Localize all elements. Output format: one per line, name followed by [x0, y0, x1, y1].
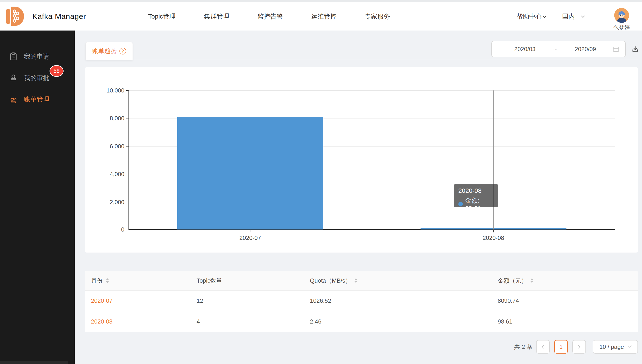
sort-toggle[interactable]: [530, 278, 533, 283]
column-header-amount: 金额（元）: [492, 277, 638, 285]
page-title: Kafka Manager: [32, 2, 86, 30]
date-end-input[interactable]: 2020/09: [558, 46, 612, 53]
approvals-count-badge: 58: [50, 66, 63, 76]
y-axis-line: [129, 90, 129, 230]
quota-cell: 1026.52: [304, 297, 492, 304]
x-axis-label: 2020-07: [228, 234, 273, 242]
clipboard-icon: [9, 52, 18, 61]
x-axis-label: 2020-08: [471, 234, 516, 242]
total-count-label: 共 2 条: [514, 343, 532, 351]
help-center-menu[interactable]: 帮助中心: [516, 2, 546, 30]
top-nav: Topic管理 集群管理 监控告警 运维管控 专家服务: [148, 2, 390, 30]
tab-label: 账单趋势: [92, 47, 117, 55]
calendar-icon: [612, 46, 619, 52]
sort-toggle[interactable]: [354, 278, 357, 283]
kafka-manager-app: Kafka Manager Topic管理 集群管理 监控告警 运维管控 专家服…: [0, 0, 642, 364]
user-avatar[interactable]: [614, 8, 629, 23]
y-axis-tick: [126, 90, 129, 91]
sidebar-item-label: 我的审批: [24, 74, 49, 82]
prev-page-button[interactable]: [536, 340, 550, 354]
chevron-down-icon: [581, 14, 585, 18]
column-label: 金额（元）: [498, 277, 527, 285]
table-header-row: 月份 Topic数量 Quota（MB/s） 金额（元）: [85, 271, 638, 290]
y-axis-tick-label: 6,000: [85, 143, 124, 150]
next-page-button[interactable]: [572, 340, 586, 354]
column-header-month: 月份: [85, 277, 191, 285]
bar-2020-07[interactable]: [177, 117, 323, 230]
month-link[interactable]: 2020-08: [91, 318, 113, 325]
window-top-strip: [0, 0, 642, 2]
billing-table: 月份 Topic数量 Quota（MB/s） 金额（元） 2020-07 12 …: [85, 271, 638, 332]
region-label: 国内: [562, 12, 575, 21]
nav-expert-service[interactable]: 专家服务: [365, 12, 390, 21]
sidebar-item-label: 账单管理: [24, 95, 49, 104]
nav-ops-control[interactable]: 运维管控: [311, 12, 336, 21]
date-range-picker[interactable]: 2020/03 ~ 2020/09: [491, 41, 626, 57]
help-center-label: 帮助中心: [516, 12, 542, 21]
page-size-select[interactable]: 10 / page: [593, 340, 638, 354]
date-separator: ~: [552, 46, 558, 53]
amount-cell: 98.61: [492, 318, 638, 325]
y-axis-tick-label: 4,000: [85, 171, 124, 178]
y-axis-tick-label: 10,000: [85, 87, 124, 94]
date-start-input[interactable]: 2020/03: [498, 46, 552, 53]
app-header: Kafka Manager Topic管理 集群管理 监控告警 运维管控 专家服…: [0, 2, 642, 30]
chevron-left-icon: [541, 344, 545, 349]
sidebar-item-my-approvals[interactable]: 我的审批: [0, 69, 75, 87]
page-1-button[interactable]: 1: [554, 340, 568, 354]
tabbar-divider: [85, 60, 638, 60]
y-axis-tick: [126, 202, 129, 202]
column-label: 月份: [91, 277, 103, 285]
column-label: Quota（MB/s）: [310, 277, 351, 285]
y-axis-tick-label: 0: [85, 226, 124, 233]
nav-monitoring-alerts[interactable]: 监控告警: [257, 12, 283, 21]
stamp-icon: [9, 74, 18, 82]
nav-topic-management[interactable]: Topic管理: [148, 12, 176, 21]
region-selector[interactable]: 国内: [562, 2, 584, 30]
x-axis-tick: [493, 230, 494, 232]
table-row: 2020-07 12 1026.52 8090.74: [85, 290, 638, 311]
y-axis-tick: [126, 146, 129, 146]
nav-cluster-management[interactable]: 集群管理: [204, 12, 229, 21]
amount-cell: 8090.74: [492, 297, 638, 304]
quota-cell: 2.46: [304, 318, 492, 325]
tooltip-value: 金额: 98.61: [465, 196, 494, 212]
series-dot-icon: [458, 202, 463, 206]
x-axis-tick: [250, 230, 250, 232]
kafka-manager-logo-icon: [5, 5, 26, 27]
siren-icon: [9, 95, 18, 104]
gridline: [129, 90, 615, 91]
y-axis-tick: [126, 118, 129, 118]
sort-toggle[interactable]: [106, 278, 109, 283]
tooltip-title: 2020-08: [458, 187, 494, 194]
sidebar-bottom-strip: [0, 361, 68, 364]
topic-count-cell: 4: [191, 318, 304, 325]
column-header-quota: Quota（MB/s）: [304, 277, 492, 285]
username-label: 包梦婷: [608, 24, 635, 31]
sidebar-item-billing-management[interactable]: 账单管理: [0, 90, 75, 108]
column-label: Topic数量: [197, 277, 222, 285]
avatar-image: [614, 8, 629, 23]
table-row: 2020-08 4 2.46 98.61: [85, 311, 638, 332]
sidebar-item-my-applications[interactable]: 我的申请: [0, 48, 75, 66]
question-circle-icon[interactable]: ?: [120, 48, 126, 54]
y-axis-tick-label: 2,000: [85, 199, 124, 206]
sidebar: 我的申请 我的审批 58 账单管理: [0, 30, 75, 364]
sidebar-item-label: 我的申请: [24, 52, 49, 61]
tab-billing-trend[interactable]: 账单趋势 ?: [86, 42, 133, 60]
month-link[interactable]: 2020-07: [91, 297, 113, 304]
download-icon[interactable]: [631, 45, 640, 54]
page-size-value: 10 / page: [599, 344, 624, 350]
y-axis-tick: [126, 174, 129, 174]
chevron-right-icon: [577, 344, 581, 349]
topic-count-cell: 12: [191, 297, 304, 304]
chevron-down-icon: [543, 14, 546, 18]
y-axis-tick-label: 8,000: [85, 115, 124, 122]
column-header-topic-count: Topic数量: [191, 277, 304, 285]
chart-tooltip: 2020-08 金额: 98.61: [454, 184, 498, 207]
billing-trend-chart: 10,000 8,000 6,000 4,000 2,000 0 2020-07…: [85, 67, 638, 252]
chevron-down-icon: [628, 344, 632, 348]
